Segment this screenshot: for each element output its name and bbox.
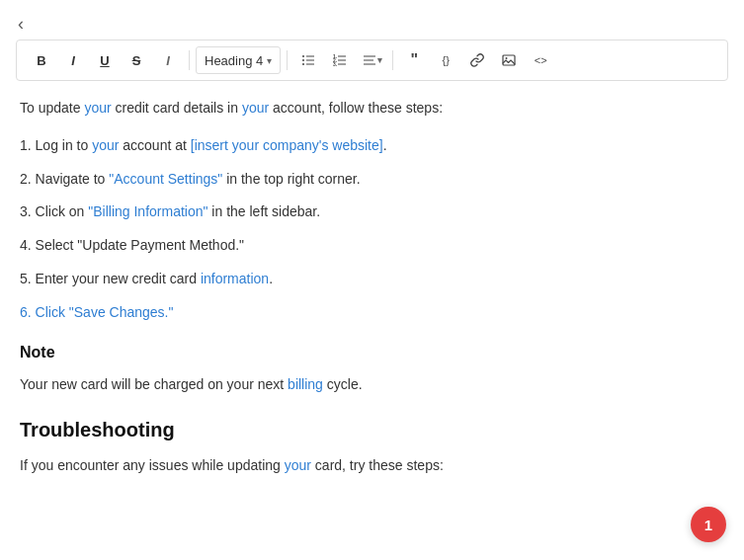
note-paragraph: Your new card will be charged on your ne…: [20, 373, 724, 397]
svg-rect-13: [364, 60, 373, 61]
heading-select-label: Heading 4: [205, 53, 263, 68]
underline-button[interactable]: U: [90, 46, 120, 74]
link-button[interactable]: [462, 46, 492, 74]
list-item: 2. Navigate to "Account Settings" in the…: [20, 168, 724, 192]
blockquote-button[interactable]: ": [399, 46, 429, 74]
align-button[interactable]: ▾: [357, 46, 386, 74]
troubleshoot-heading: Troubleshooting: [20, 413, 724, 446]
ul-icon: [300, 52, 316, 68]
back-button[interactable]: ‹: [10, 10, 32, 39]
svg-rect-0: [302, 55, 304, 57]
italic-button[interactable]: I: [58, 46, 88, 74]
svg-rect-2: [302, 59, 304, 61]
notification-badge[interactable]: 1: [691, 507, 726, 542]
intro-paragraph: To update your credit card details in yo…: [20, 97, 724, 120]
list-item: 4. Select "Update Payment Method.": [20, 234, 724, 258]
svg-text:3.: 3.: [333, 61, 338, 67]
troubleshoot-paragraph: If you encounter any issues while updati…: [20, 454, 724, 478]
svg-rect-9: [338, 60, 346, 61]
svg-rect-14: [364, 64, 375, 65]
bold-button[interactable]: B: [27, 46, 56, 74]
ordered-list-button[interactable]: 1. 2. 3.: [325, 46, 355, 74]
steps-list: 1. Log in to your account at [insert you…: [20, 134, 724, 325]
notification-count: 1: [704, 517, 712, 533]
svg-rect-1: [306, 56, 314, 57]
intro-link-your: your: [84, 100, 111, 116]
source-button[interactable]: <>: [526, 46, 555, 74]
svg-rect-4: [302, 63, 304, 65]
image-icon: [501, 52, 517, 68]
toolbar-divider-3: [392, 50, 393, 70]
link-icon: [469, 52, 485, 68]
list-item: 5. Enter your new credit card informatio…: [20, 268, 724, 291]
svg-point-16: [506, 57, 508, 59]
svg-rect-3: [306, 60, 314, 61]
svg-rect-12: [364, 56, 375, 57]
list-item: 3. Click on "Billing Information" in the…: [20, 200, 724, 224]
align-icon: [362, 52, 377, 68]
strikethrough-button[interactable]: S: [122, 46, 151, 74]
svg-rect-11: [338, 64, 346, 65]
unordered-list-button[interactable]: [293, 46, 323, 74]
note-heading: Note: [20, 339, 724, 365]
heading-select[interactable]: Heading 4 ▾: [196, 46, 281, 74]
intro-link-your2: your: [242, 100, 269, 116]
toolbar-divider-2: [287, 50, 288, 70]
chevron-down-icon: ▾: [267, 55, 272, 66]
code-block-button[interactable]: {}: [431, 46, 460, 74]
svg-rect-15: [503, 55, 515, 65]
editor-content: To update your credit card details in yo…: [0, 81, 744, 493]
ol-icon: 1. 2. 3.: [332, 52, 348, 68]
toolbar-divider-1: [189, 50, 190, 70]
svg-rect-7: [338, 56, 346, 57]
intro-text-rest: credit card details in: [112, 100, 242, 116]
list-item: 1. Log in to your account at [insert you…: [20, 134, 724, 158]
list-item: 6. Click "Save Changes.": [20, 301, 724, 325]
italic2-button[interactable]: I: [153, 46, 183, 74]
svg-rect-5: [306, 64, 314, 65]
editor-toolbar: B I U S I Heading 4 ▾ 1. 2. 3.: [16, 40, 728, 81]
intro-text-static: To update: [20, 100, 84, 116]
image-button[interactable]: [494, 46, 524, 74]
